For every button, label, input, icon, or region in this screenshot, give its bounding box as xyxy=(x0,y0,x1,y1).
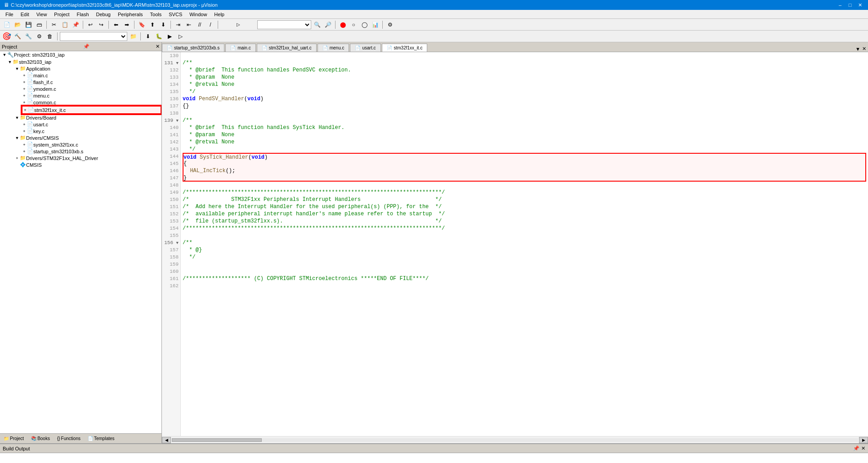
logic-analyzer-button[interactable]: 📊 xyxy=(370,20,380,29)
menu-item-tools[interactable]: Tools xyxy=(147,11,166,18)
disable-bp-button[interactable]: ◯ xyxy=(359,20,369,29)
comment-button[interactable]: // xyxy=(195,20,205,29)
options-button[interactable]: ⚙ xyxy=(385,20,395,29)
line-number-134: 134 xyxy=(162,81,180,88)
batch-build-button[interactable]: ⚙ xyxy=(34,32,44,41)
tree-file-common[interactable]: + 📄 common.c xyxy=(22,99,161,106)
open-file-button[interactable]: 📂 xyxy=(13,20,22,29)
compile-button[interactable]: 🔨 xyxy=(13,32,22,41)
tree-file-key[interactable]: + 📄 key.c xyxy=(22,128,161,134)
debug-button[interactable]: 🐛 xyxy=(154,32,164,41)
scrollbar-thumb[interactable] xyxy=(172,438,262,442)
tree-folder-drivers-board[interactable]: ▼ 📁 Drivers/Board xyxy=(14,114,161,121)
close-button[interactable]: ✕ xyxy=(855,1,864,9)
code-content[interactable]: /** * @brief This function handles PendS… xyxy=(181,52,868,436)
menu-item-flash[interactable]: Flash xyxy=(73,11,93,18)
menu-item-project[interactable]: Project xyxy=(50,11,73,18)
tab-project[interactable]: 📁 Project xyxy=(0,435,27,442)
debug2-button[interactable]: ▶ xyxy=(165,32,174,41)
tree-file-system-stm32[interactable]: + 📄 system_stm32f1xx.c xyxy=(22,141,161,148)
save-button[interactable]: 💾 xyxy=(23,20,33,29)
bookmark-button[interactable]: 🔖 xyxy=(137,20,147,29)
tree-file-stm32f1xx-it[interactable]: + 📄 stm32f1xx_it.c xyxy=(22,106,161,114)
save-all-button[interactable]: 🗃 xyxy=(34,20,44,29)
close-editor-icon[interactable]: ✕ xyxy=(862,46,866,52)
tab-stm32-icon: 📄 xyxy=(387,45,392,50)
indent-button[interactable]: ⇥ xyxy=(173,20,183,29)
tree-file-menu[interactable]: + 📄 menu.c xyxy=(22,92,161,99)
menu-item-debug[interactable]: Debug xyxy=(93,11,114,18)
target-options-button[interactable]: 🎯 xyxy=(2,32,12,41)
tree-file-ymodem[interactable]: + 📄 ymodem.c xyxy=(22,85,161,92)
inspector-button[interactable]: 🔎 xyxy=(323,20,333,29)
scrollbar-track xyxy=(172,438,858,442)
tree-root[interactable]: ▼ 🔧 Project: stm32f103_iap xyxy=(0,51,161,58)
tree-file-flash-if[interactable]: + 📄 flash_if.c xyxy=(22,79,161,85)
tree-folder-drivers-cmsis[interactable]: ▼ 📁 Drivers/CMSIS xyxy=(14,134,161,141)
title-bar-controls[interactable]: – □ ✕ xyxy=(836,1,864,9)
paste-button[interactable]: 📌 xyxy=(71,20,81,29)
line-number-155: 155 xyxy=(162,232,180,239)
tree-file-main-c[interactable]: + 📄 main.c xyxy=(22,72,161,79)
code-editor[interactable]: 130131 ▼132133134135136137138139 ▼140141… xyxy=(162,52,868,436)
tree-group-main[interactable]: ▼ 📁 stm32f103_iap xyxy=(7,58,161,65)
tab-main-c[interactable]: 📄 main.c xyxy=(225,44,255,52)
cut-button[interactable]: ✂ xyxy=(49,20,59,29)
find-button[interactable]: 🔍 xyxy=(312,20,322,29)
pin-icon[interactable]: 📌 xyxy=(83,44,89,49)
undo-button[interactable]: ↩ xyxy=(85,20,95,29)
code-line-152: /* available peripheral interrupt handle… xyxy=(183,210,866,218)
tree-folder-hal-driver[interactable]: + 📁 Drivers/STM32F1xx_HAL_Driver xyxy=(14,155,161,161)
tab-usart-c[interactable]: 📄 usart.c xyxy=(350,44,380,52)
menu-item-edit[interactable]: Edit xyxy=(17,11,33,18)
tree-file-usart[interactable]: + 📄 usart.c xyxy=(22,121,161,128)
rebuild-button[interactable]: 🔧 xyxy=(23,32,33,41)
clear-bp-button[interactable]: ○ xyxy=(349,20,358,29)
new-file-button[interactable]: 📄 xyxy=(2,20,12,29)
manage-projects-button[interactable]: 📁 xyxy=(128,32,138,41)
menu-item-svcs[interactable]: SVCS xyxy=(165,11,186,18)
clean-button[interactable]: 🗑 xyxy=(45,32,55,41)
tab-list-icon[interactable]: ▼ xyxy=(855,46,860,52)
tab-main-icon: 📄 xyxy=(230,45,236,50)
tab-books[interactable]: 📚 Books xyxy=(27,435,54,442)
maximize-button[interactable]: □ xyxy=(846,1,855,9)
tab-stm32-it[interactable]: 📄 stm32f1xx_it.c xyxy=(382,44,428,52)
nav-back-button[interactable]: ⬅ xyxy=(111,20,121,29)
close-panel-icon[interactable]: ✕ xyxy=(156,44,160,49)
download-button[interactable]: ⬇ xyxy=(143,32,153,41)
redo-button[interactable]: ↪ xyxy=(96,20,106,29)
scroll-left-btn[interactable]: ◀ xyxy=(162,437,171,443)
menu-item-file[interactable]: File xyxy=(2,11,17,18)
horizontal-scrollbar[interactable]: ◀ ▶ xyxy=(162,436,868,443)
uncomment-button[interactable]: / xyxy=(206,20,215,29)
scroll-right-btn[interactable]: ▶ xyxy=(859,437,868,443)
menu-item-window[interactable]: Window xyxy=(186,11,210,18)
breakpoint-button[interactable]: ⬤ xyxy=(338,20,348,29)
copy-button[interactable]: 📋 xyxy=(60,20,70,29)
tree-folder-application[interactable]: ▼ 📁 Application xyxy=(14,65,161,72)
tab-menu-c[interactable]: 📄 menu.c xyxy=(318,44,349,52)
tree-file-startup-stm32[interactable]: + 📄 startup_stm32f103xb.s xyxy=(22,148,161,155)
tab-templates[interactable]: 📄 Templates xyxy=(84,435,118,442)
prev-bookmark-button[interactable]: ⬆ xyxy=(148,20,157,29)
menu-item-peripherals[interactable]: Peripherals xyxy=(114,11,147,18)
next-bookmark-button[interactable]: ⬇ xyxy=(158,20,168,29)
menu-item-view[interactable]: View xyxy=(33,11,51,18)
editor-tab-bar: 📄 startup_stm32f103xb.s 📄 main.c 📄 stm32… xyxy=(162,42,868,52)
tab-startup-s[interactable]: 📄 startup_stm32f103xb.s xyxy=(162,44,224,52)
menu-item-help[interactable]: Help xyxy=(210,11,228,18)
minimize-button[interactable]: – xyxy=(836,1,845,9)
close-build-icon[interactable]: ✕ xyxy=(861,445,865,451)
tree-folder-hal-label: Drivers/STM32F1xx_HAL_Driver xyxy=(26,156,98,161)
tab-hal-uart[interactable]: 📄 stm32f1xx_hal_uart.c xyxy=(257,44,317,52)
target-dropdown[interactable]: stm32f103_iap xyxy=(60,32,127,41)
nav-forward-button[interactable]: ➡ xyxy=(122,20,132,29)
run-select-button[interactable]: ▷ xyxy=(220,20,256,29)
unindent-button[interactable]: ⇤ xyxy=(184,20,194,29)
pin-build-icon[interactable]: 📌 xyxy=(853,445,859,451)
tab-functions[interactable]: {} Functions xyxy=(54,435,84,442)
debug3-button[interactable]: ▷ xyxy=(175,32,185,41)
function-dropdown[interactable]: fifo_push xyxy=(257,20,311,29)
tree-component-cmsis[interactable]: 💠 CMSIS xyxy=(14,161,161,168)
